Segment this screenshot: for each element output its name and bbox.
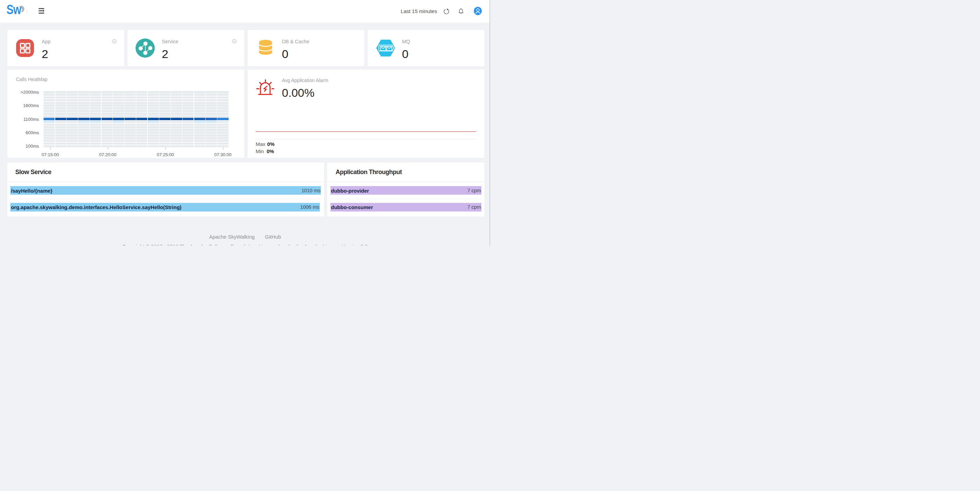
svg-text:i: i [114, 40, 115, 43]
svg-text:i: i [234, 40, 235, 43]
